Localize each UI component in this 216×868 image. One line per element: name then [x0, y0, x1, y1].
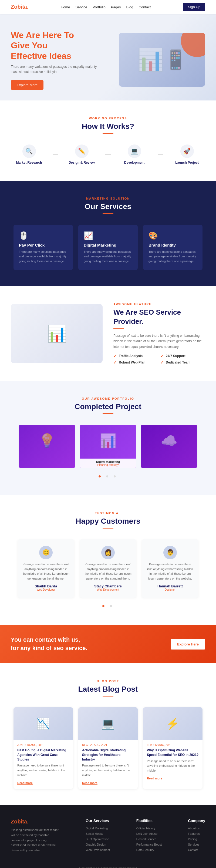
footer-fac-3[interactable]: Hosted Service — [136, 837, 162, 841]
digital-icon: 📈 — [84, 231, 132, 240]
testimonial-dots: ● ● — [11, 603, 205, 609]
nav-pages[interactable]: Pages — [111, 5, 121, 9]
development-icon: 💻 — [128, 145, 141, 158]
steps-row: 🔍 Market Research — ✏️ Design & Review —… — [11, 145, 205, 164]
connector2: — — [105, 145, 111, 157]
footer-link-2[interactable]: Social Media — [86, 832, 110, 835]
blog-img-2: 💻 — [78, 707, 138, 740]
nav-home[interactable]: Home — [61, 5, 70, 9]
blog-card-3[interactable]: ⚡ FEB • 12 AUG, 2021 Why Is Optimizing W… — [143, 707, 203, 789]
footer-fac-2[interactable]: LAN Join Abuse — [136, 832, 162, 835]
footer-link-5[interactable]: Web Development — [86, 848, 110, 851]
hero-cta-button[interactable]: Explore More — [11, 80, 43, 90]
testimonial-role-3: Designer — [147, 588, 193, 591]
hero-image: 📱 — [119, 33, 205, 87]
seo-label: AWESOME FEATURE — [114, 303, 205, 306]
seo-text: AWESOME FEATURE We Are SEO Service Provi… — [114, 303, 205, 365]
step3-label: Development — [116, 161, 153, 164]
portfolio-card2-label: Digital Marketing Planning Strategy — [80, 459, 136, 468]
blog-read-1[interactable]: Read more — [17, 781, 33, 784]
testimonials-label: TESTIMONIAL — [11, 512, 205, 515]
design-review-icon: ✏️ — [75, 145, 89, 158]
footer-fac-4[interactable]: Performance Boost — [136, 843, 162, 846]
nav-blog[interactable]: Blog — [126, 5, 133, 9]
footer-services-title: Our Services — [86, 818, 110, 823]
market-research-icon: 🔍 — [23, 145, 36, 158]
footer-link-3[interactable]: SEO Optimization — [86, 837, 110, 841]
testimonials-grid: 😊 Passage need to be sure there isn't an… — [11, 539, 205, 598]
feature-web-plan: Robust Web Plan — [114, 360, 158, 365]
nav-logo[interactable]: Zobita. — [11, 4, 29, 10]
blog-content-2: DEC • 20 AUG, 2021 Actionable Digital Ma… — [78, 740, 138, 789]
portfolio-icon-1: 💡 — [39, 433, 55, 448]
footer-col-services: Our Services Digital Marketing Social Me… — [86, 818, 110, 854]
t-dot-active[interactable]: ● — [102, 603, 106, 609]
hero-text: We Are Here To Give You Effective Ideas … — [11, 30, 97, 90]
blog-read-3[interactable]: Read more — [147, 777, 162, 780]
blog-text-2: Passage need to be sure there isn't anyt… — [82, 763, 134, 777]
footer-facilities-list: Official History LAN Join Abuse Hosted S… — [136, 827, 162, 851]
portfolio-card-2[interactable]: 📊 Digital Marketing Planning Strategy — [80, 425, 136, 468]
footer-services-list: Digital Marketing Social Media SEO Optim… — [86, 827, 110, 851]
blog-title-1: Best Boutique Digital Marketing Agencies… — [17, 748, 69, 762]
footer-co-5[interactable]: Contact — [188, 848, 205, 851]
testimonial-name-2: Stacy Chambers — [85, 584, 131, 588]
portfolio-title: Completed Project — [11, 402, 205, 411]
portfolio-card2-sublabel: Planning Strategy — [84, 463, 132, 466]
hero-line1: We Are Here To — [11, 30, 74, 40]
testimonials-title: Happy Customers — [11, 517, 205, 526]
digital-title: Digital Marketing — [84, 243, 132, 247]
step-development: 💻 Development — [116, 145, 153, 164]
dot-active[interactable]: ● — [98, 473, 103, 479]
footer-link-4[interactable]: Graphic Design — [86, 843, 110, 846]
portfolio-card-3[interactable]: ☁️ — [141, 425, 197, 468]
seo-section: 📊 AWESOME FEATURE We Are SEO Service Pro… — [0, 286, 216, 381]
footer-co-1[interactable]: About us — [188, 827, 205, 830]
service-card-ppc[interactable]: 🖱️ Pay Per Click There are many solution… — [13, 225, 73, 270]
seo-illustration: 📊 — [11, 304, 102, 363]
nav-portfolio[interactable]: Portfolio — [93, 5, 105, 9]
footer-co-4[interactable]: Services — [188, 843, 205, 846]
service-card-digital[interactable]: 📈 Digital Marketing There are many solut… — [78, 225, 138, 270]
footer-logo: Zobita. — [11, 818, 59, 825]
portfolio-icon-2: 📊 — [100, 433, 116, 448]
ppc-text: There are many solutions passages and pa… — [19, 250, 67, 264]
how-title: How It Works? — [11, 122, 205, 131]
dot3[interactable]: ● — [113, 473, 118, 479]
step2-label: Design & Review — [63, 161, 100, 164]
brand-icon: 🎨 — [149, 231, 197, 240]
portfolio-card2-title: Digital Marketing — [84, 460, 132, 463]
step1-label: Market Research — [11, 161, 47, 164]
footer-co-2[interactable]: Features — [188, 832, 205, 835]
ppc-title: Pay Per Click — [19, 243, 67, 247]
footer-link-1[interactable]: Digital Marketing — [86, 827, 110, 830]
feature-support: 24/7 Support — [160, 354, 205, 358]
ppc-icon: 🖱️ — [19, 231, 67, 240]
footer-fac-5[interactable]: Data Security — [136, 848, 162, 851]
dot2[interactable]: ● — [106, 473, 111, 479]
footer-facilities-title: Facilities — [136, 818, 162, 823]
testimonials-section: TESTIMONIAL Happy Customers 😊 Passage ne… — [0, 495, 216, 625]
blog-img-3: ⚡ — [143, 707, 203, 740]
blog-section: BLOG POST Latest Blog Post 📉 JUNE • 18 A… — [0, 663, 216, 805]
blog-read-2[interactable]: Read more — [82, 781, 97, 784]
digital-text: There are many solutions passages and pa… — [84, 250, 132, 264]
services-grid: 🖱️ Pay Per Click There are many solution… — [11, 225, 205, 270]
t-dot2[interactable]: ● — [110, 603, 114, 609]
footer-fac-1[interactable]: Official History — [136, 827, 162, 830]
testimonial-role-1: Web Developer — [23, 588, 69, 591]
portfolio-divider — [102, 413, 114, 414]
footer-co-3[interactable]: Pricing — [188, 837, 205, 841]
blog-card-2[interactable]: 💻 DEC • 20 AUG, 2021 Actionable Digital … — [78, 707, 138, 789]
nav-contact[interactable]: Contact — [139, 5, 151, 9]
blog-card-1[interactable]: 📉 JUNE • 18 AUG, 2021 Best Boutique Digi… — [13, 707, 73, 789]
seo-description: Passage of text to be sure there isn't a… — [114, 333, 205, 349]
hero-accent: Effective Ideas — [11, 51, 71, 61]
nav-service[interactable]: Service — [75, 5, 87, 9]
service-card-brand[interactable]: 🎨 Brand Identity There are many solution… — [143, 225, 203, 270]
cta-explore-button[interactable]: Explore Here — [171, 639, 205, 650]
blog-content-3: FEB • 12 AUG, 2021 Why Is Optimizing Web… — [143, 740, 203, 784]
how-label: WORKING PROCESS — [11, 117, 205, 120]
signup-button[interactable]: Sign Up — [183, 3, 205, 11]
portfolio-card-1[interactable]: 💡 — [19, 425, 75, 468]
